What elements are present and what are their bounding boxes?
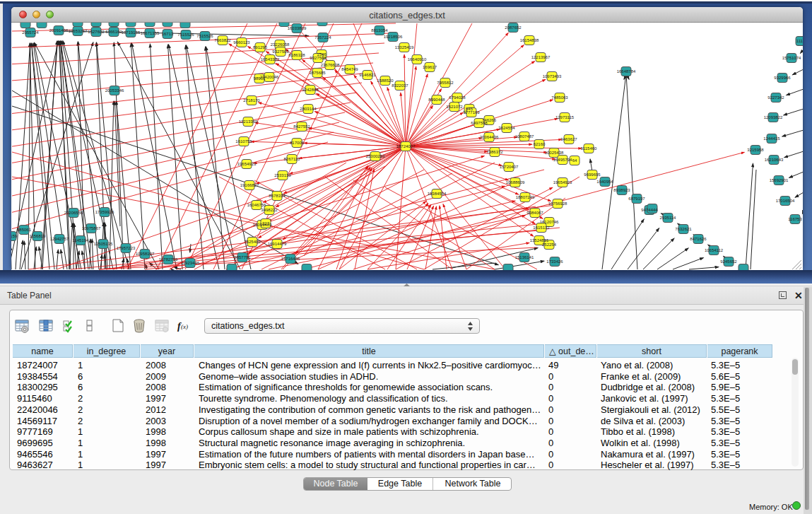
svg-text:16210643: 16210643	[765, 158, 784, 162]
svg-text:327: 327	[262, 221, 270, 226]
svg-text:10654112: 10654112	[705, 248, 724, 252]
svg-text:16033809: 16033809	[288, 26, 307, 30]
svg-text:10688609: 10688609	[506, 180, 525, 185]
svg-text:(x): (x)	[181, 323, 188, 330]
svg-text:16154838: 16154838	[520, 38, 539, 42]
svg-text:1112: 1112	[796, 39, 803, 43]
svg-text:12942757: 12942757	[50, 237, 69, 241]
svg-text:7386372: 7386372	[486, 150, 503, 154]
svg-text:11923446: 11923446	[181, 261, 200, 265]
svg-text:15716485: 15716485	[281, 257, 300, 261]
svg-text:1156819: 1156819	[30, 234, 47, 238]
svg-text:8678334: 8678334	[269, 194, 286, 198]
svg-text:6497568: 6497568	[471, 121, 488, 125]
svg-text:19654923: 19654923	[553, 180, 572, 185]
svg-text:10975867: 10975867	[82, 226, 101, 230]
svg-text:9327508: 9327508	[310, 56, 326, 60]
svg-text:8471626: 8471626	[690, 237, 707, 241]
svg-text:2718170: 2718170	[243, 98, 260, 103]
svg-text:10719155: 10719155	[122, 30, 141, 35]
svg-text:7515526: 7515526	[177, 33, 194, 37]
svg-text:8267110: 8267110	[284, 157, 301, 161]
svg-text:12213369: 12213369	[239, 119, 258, 124]
svg-text:9463627: 9463627	[560, 137, 577, 141]
svg-text:64: 64	[572, 158, 577, 163]
svg-text:16046756: 16046756	[247, 203, 266, 207]
svg-text:9115460: 9115460	[581, 146, 598, 151]
svg-text:6466160: 6466160	[105, 30, 122, 34]
svg-text:3215958: 3215958	[747, 148, 764, 152]
svg-text:7632621: 7632621	[675, 227, 692, 231]
svg-text:169617: 169617	[423, 65, 437, 69]
svg-text:7625402: 7625402	[244, 240, 261, 244]
svg-text:15692901: 15692901	[770, 178, 789, 182]
svg-text:7515526: 7515526	[196, 34, 213, 38]
svg-text:29159: 29159	[11, 234, 18, 238]
svg-text:15720407: 15720407	[500, 165, 519, 169]
svg-text:1621072: 1621072	[446, 105, 463, 109]
svg-text:10958107: 10958107	[136, 252, 155, 256]
svg-text:10973493: 10973493	[543, 74, 562, 78]
svg-text:18724007: 18724007	[396, 144, 416, 148]
svg-text:17957223: 17957223	[117, 246, 136, 250]
svg-text:23420046: 23420046	[260, 75, 279, 79]
svg-text:19384554: 19384554	[428, 192, 447, 196]
svg-text:3875685: 3875685	[309, 71, 326, 75]
svg-text:12505135: 12505135	[94, 242, 113, 246]
svg-text:1527602: 1527602	[88, 30, 105, 34]
svg-text:9857791: 9857791	[234, 255, 251, 259]
svg-text:15751074: 15751074	[782, 56, 801, 60]
svg-text:10756928: 10756928	[548, 201, 567, 206]
svg-text:9242848: 9242848	[302, 88, 319, 92]
svg-text:8186328: 8186328	[288, 53, 305, 57]
svg-text:9474444: 9474444	[641, 208, 658, 212]
svg-text:1610755: 1610755	[235, 139, 252, 144]
svg-text:9084067: 9084067	[526, 211, 543, 215]
svg-text:1640954: 1640954	[596, 180, 613, 184]
svg-text:9777169: 9777169	[463, 110, 480, 115]
svg-text:19218506: 19218506	[384, 35, 403, 39]
svg-text:17016504: 17016504	[776, 199, 795, 203]
svg-text:2935114: 2935114	[660, 216, 677, 220]
svg-text:16713: 16713	[162, 32, 174, 36]
svg-text:8322037: 8322037	[392, 83, 408, 88]
svg-text:3498222: 3498222	[261, 208, 278, 212]
svg-text:9146821: 9146821	[359, 73, 376, 77]
svg-text:16914479: 16914479	[268, 242, 287, 246]
svg-text:9660123: 9660123	[233, 40, 250, 45]
svg-text:62160: 62160	[534, 142, 546, 146]
svg-text:13325419: 13325419	[395, 45, 414, 49]
svg-text:8427552: 8427552	[293, 124, 310, 129]
svg-text:16495794: 16495794	[553, 158, 572, 162]
svg-text:10653267: 10653267	[69, 29, 88, 33]
svg-text:1615132: 1615132	[533, 226, 550, 230]
svg-text:15136141: 15136141	[515, 255, 534, 259]
svg-text:16648784: 16648784	[617, 69, 636, 74]
svg-text:6879197: 6879197	[628, 197, 645, 201]
svg-text:7663822: 7663822	[214, 38, 231, 42]
svg-text:12973115: 12973115	[555, 115, 575, 119]
svg-text:9327503: 9327503	[272, 49, 289, 54]
svg-text:16543382: 16543382	[261, 57, 280, 62]
svg-text:20206556: 20206556	[64, 211, 83, 215]
svg-text:19166827: 19166827	[240, 183, 259, 187]
svg-text:7485063: 7485063	[551, 95, 568, 100]
svg-text:16640910: 16640910	[408, 57, 427, 62]
svg-text:116753: 116753	[788, 217, 802, 221]
svg-text:1244415: 1244415	[763, 136, 780, 141]
svg-text:10807487: 10807487	[515, 134, 534, 139]
svg-text:19654923: 19654923	[237, 162, 257, 166]
svg-text:16782759: 16782759	[159, 257, 178, 262]
svg-text:8990448: 8990448	[428, 98, 445, 102]
svg-text:6794028: 6794028	[449, 95, 466, 100]
svg-text:817006: 817006	[290, 141, 305, 145]
svg-text:20053346: 20053346	[105, 88, 124, 93]
svg-text:20091406: 20091406	[49, 28, 69, 33]
svg-text:8813054: 8813054	[371, 28, 388, 33]
svg-text:2087652: 2087652	[505, 25, 522, 30]
svg-text:2055724: 2055724	[22, 30, 39, 35]
svg-text:9227342: 9227342	[767, 95, 784, 100]
svg-text:1588520: 1588520	[377, 78, 394, 83]
svg-text:7955812: 7955812	[437, 81, 454, 85]
svg-text:16120746: 16120746	[540, 220, 559, 224]
